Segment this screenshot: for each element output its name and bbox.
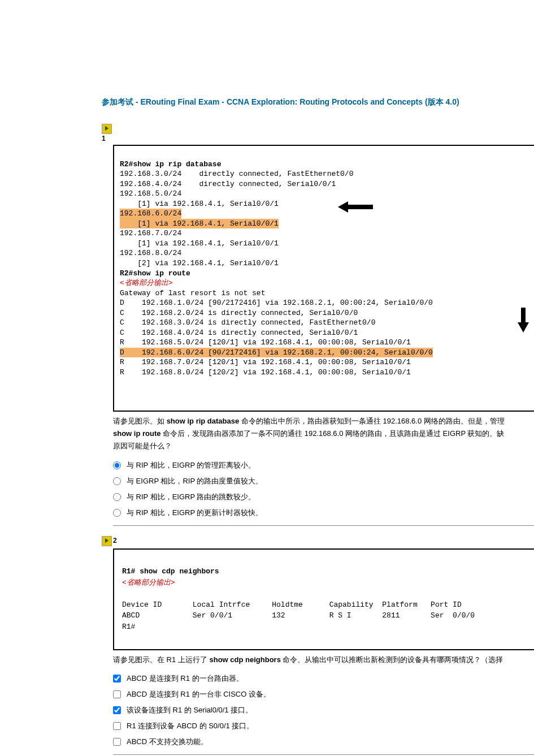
qtext-cmd: show cdp neighbors (209, 655, 280, 664)
exhibit-line: [1] via 192.168.4.1, Serial0/0/1 (120, 239, 279, 248)
question-text: 请参见图示。在 R1 上运行了 show cdp neighbors 命令。从输… (113, 654, 534, 666)
exhibit-line: R2#show ip rip database (120, 160, 221, 169)
options-q1: 与 RIP 相比，EIGRP 的管理距离较小。 与 EIGRP 相比，RIP 的… (113, 457, 534, 521)
exhibit-line-highlighted: [1] via 192.168.4.1, Serial0/0/1 (120, 219, 279, 229)
checkbox-option[interactable] (113, 722, 121, 730)
exhibit-line: [2] via 192.168.4.1, Serial0/0/1 (120, 259, 279, 267)
exhibit-line: C 192.168.2.0/24 is directly connected, … (120, 309, 358, 317)
divider (113, 525, 534, 526)
option-label: 与 RIP 相比，EIGRP 的更新计时器较快。 (127, 508, 263, 518)
option-row: ABCD 是连接到 R1 的一台非 CISCO 设备。 (113, 686, 534, 702)
exhibit-line: [1] via 192.168.4.1, Serial0/0/1 (120, 200, 279, 208)
option-label: 与 RIP 相比，EIGRP 的管理距离较小。 (127, 460, 256, 470)
option-row: 与 RIP 相比，EIGRP 的更新计时器较快。 (113, 505, 534, 521)
options-q2: ABCD 是连接到 R1 的一台路由器。 ABCD 是连接到 R1 的一台非 C… (113, 671, 534, 750)
exhibit-q1: R2#show ip rip database 192.168.3.0/24 d… (113, 145, 534, 412)
arrow-down-icon (518, 308, 529, 332)
qtext-cmd: show ip rip database (167, 417, 240, 425)
option-label: R1 连接到设备 ABCD 的 S0/0/1 接口。 (127, 721, 254, 731)
exhibit-line: 192.168.3.0/24 directly connected, FastE… (120, 170, 353, 178)
option-label: ABCD 是连接到 R1 的一台非 CISCO 设备。 (127, 689, 271, 699)
flag-icon[interactable] (102, 124, 112, 134)
option-label: 与 EIGRP 相比，RIP 的路由度量值较大。 (127, 476, 263, 486)
radio-option[interactable] (113, 493, 121, 501)
option-row: 该设备连接到 R1 的 Serial0/0/1 接口。 (113, 702, 534, 718)
exhibit-line: C 192.168.4.0/24 is directly connected, … (120, 329, 358, 337)
checkbox-option[interactable] (113, 706, 121, 714)
exhibit-line: R1# show cdp neighbors (122, 567, 219, 576)
exhibit-line: R 192.168.8.0/24 [120/2] via 192.168.4.1… (120, 368, 411, 377)
qtext-cmd: show ip route (113, 429, 161, 438)
exhibit-row: ABCD Ser 0/0/1 132 R S I 2811 Ser 0/0/0 (122, 611, 475, 620)
arrow-left-icon (341, 201, 373, 213)
checkbox-option[interactable] (113, 738, 121, 746)
exhibit-line: R1# (122, 623, 135, 631)
option-row: 与 EIGRP 相比，RIP 的路由度量值较大。 (113, 473, 534, 489)
page-title: 参加考试 - ERouting Final Exam - CCNA Explor… (102, 96, 534, 108)
exhibit-line: R 192.168.7.0/24 [120/1] via 192.168.4.1… (120, 358, 411, 366)
exhibit-line: <省略部分输出> (120, 279, 173, 287)
exhibit-line: C 192.168.3.0/24 is directly connected, … (120, 318, 375, 327)
exhibit-line: D 192.168.1.0/24 [90/2172416] via 192.16… (120, 299, 433, 307)
exhibit-line: R2#show ip route (120, 269, 190, 278)
qtext-part: 请参见图示。如 (113, 417, 167, 425)
exhibit-line: 192.168.4.0/24 directly connected, Seria… (120, 180, 336, 188)
checkbox-option[interactable] (113, 675, 121, 682)
question-number: 1 (102, 135, 106, 142)
exhibit-line: <省略部分输出> (122, 578, 175, 587)
option-label: 该设备连接到 R1 的 Serial0/0/1 接口。 (127, 705, 253, 715)
option-row: ABCD 是连接到 R1 的一台路由器。 (113, 671, 534, 686)
exhibit-header: Device ID Local Intrfce Holdtme Capabili… (122, 601, 462, 609)
radio-option[interactable] (113, 509, 121, 517)
exhibit-line-highlighted: 192.168.6.0/24 (120, 209, 181, 219)
option-row: 与 RIP 相比，EIGRP 路由的跳数较少。 (113, 489, 534, 505)
exhibit-line: 192.168.7.0/24 (120, 229, 181, 237)
option-label: ABCD 不支持交换功能。 (127, 737, 208, 747)
divider (113, 754, 534, 755)
qtext-part: 命令。从输出中可以推断出新检测到的设备具有哪两项情况？（选择 (281, 655, 503, 664)
qtext-part: 原因可能是什么？ (113, 442, 172, 450)
option-row: ABCD 不支持交换功能。 (113, 734, 534, 750)
question-text: 请参见图示。如 show ip rip database 命令的输出中所示，路由… (113, 415, 534, 452)
checkbox-option[interactable] (113, 690, 121, 698)
option-row: 与 RIP 相比，EIGRP 的管理距离较小。 (113, 457, 534, 473)
exhibit-line: R 192.168.5.0/24 [120/1] via 192.168.4.1… (120, 338, 411, 347)
qtext-part: 命令的输出中所示，路由器获知到一条通往 192.168.6.0 网络的路由。但是… (239, 417, 505, 425)
option-label: ABCD 是连接到 R1 的一台路由器。 (127, 673, 244, 684)
exhibit-line: 192.168.5.0/24 (120, 189, 181, 198)
flag-icon[interactable] (102, 536, 112, 546)
radio-option[interactable] (113, 461, 121, 469)
question-1: 1 R2#show ip rip database 192.168.3.0/24… (102, 124, 534, 526)
exhibit-line-highlighted: D 192.168.6.0/24 [90/2172416] via 192.16… (120, 348, 433, 358)
option-label: 与 RIP 相比，EIGRP 路由的跳数较少。 (127, 492, 256, 502)
radio-option[interactable] (113, 477, 121, 485)
qtext-part: 命令后，发现路由器添加了一条不同的通往 192.168.6.0 网络的路由，且该… (161, 429, 505, 438)
exhibit-line: Gateway of last resort is not set (120, 289, 265, 297)
option-row: R1 连接到设备 ABCD 的 S0/0/1 接口。 (113, 718, 534, 734)
exhibit-q2: R1# show cdp neighbors <省略部分输出> Device I… (113, 548, 534, 650)
question-number: 2 (113, 537, 117, 545)
question-2: 2 R1# show cdp neighbors <省略部分输出> Device… (102, 536, 534, 755)
qtext-part: 请参见图示。在 R1 上运行了 (113, 655, 209, 664)
exhibit-line: 192.168.8.0/24 (120, 249, 181, 257)
